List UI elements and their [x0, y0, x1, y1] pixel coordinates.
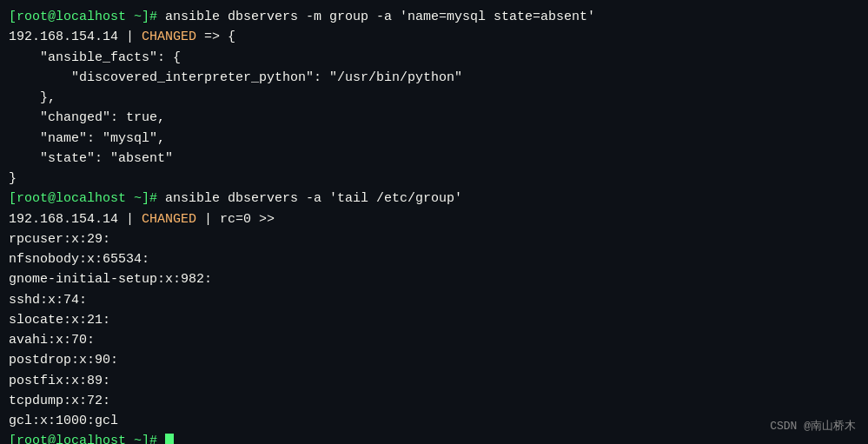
terminal-text: nfsnobody:x:65534: — [9, 252, 149, 267]
terminal-text: [root@localhost ~]# — [9, 10, 165, 24]
terminal-line: postdrop:x:90: — [9, 350, 859, 370]
terminal-text: } — [9, 171, 17, 186]
terminal-line: "discovered_interpreter_python": "/usr/b… — [9, 68, 859, 88]
terminal-line: gnome-initial-setup:x:982: — [9, 269, 859, 289]
terminal-text: CHANGED — [142, 212, 196, 227]
terminal-text: 192.168.154.14 | — [9, 30, 142, 44]
terminal-text: sshd:x:74: — [9, 293, 87, 308]
terminal-text: slocate:x:21: — [9, 313, 110, 328]
terminal-line: postfix:x:89: — [9, 371, 859, 391]
terminal-text: CHANGED — [142, 30, 196, 44]
terminal-text: ansible dbservers -m group -a 'name=mysq… — [165, 10, 595, 24]
terminal-text: "state": "absent" — [9, 151, 173, 166]
terminal-line: "ansible_facts": { — [9, 48, 859, 68]
terminal-line: "state": "absent" — [9, 149, 859, 169]
terminal-line: tcpdump:x:72: — [9, 391, 859, 411]
terminal-line: } — [9, 169, 859, 189]
terminal-text: "changed": true, — [9, 110, 165, 125]
terminal-line: avahi:x:70: — [9, 330, 859, 350]
terminal-text: "discovered_interpreter_python": "/usr/b… — [9, 70, 462, 85]
terminal-text: "ansible_facts": { — [9, 50, 181, 65]
terminal-line: nfsnobody:x:65534: — [9, 249, 859, 269]
terminal-line: [root@localhost ~]# ansible dbservers -m… — [9, 7, 859, 27]
terminal-line: [root@localhost ~]# — [9, 431, 859, 444]
terminal-line: "name": "mysql", — [9, 129, 859, 149]
terminal-text: postfix:x:89: — [9, 374, 110, 388]
terminal-text: "name": "mysql", — [9, 131, 165, 146]
terminal-text: }, — [9, 90, 56, 105]
terminal-line: [root@localhost ~]# ansible dbservers -a… — [9, 189, 859, 209]
terminal-line: 192.168.154.14 | CHANGED | rc=0 >> — [9, 209, 859, 229]
terminal-line: rpcuser:x:29: — [9, 229, 859, 249]
terminal-text: [root@localhost ~]# — [9, 191, 165, 206]
terminal-line: sshd:x:74: — [9, 290, 859, 310]
terminal-line: }, — [9, 88, 859, 108]
terminal-text: rpcuser:x:29: — [9, 232, 110, 247]
terminal-text: => { — [196, 30, 235, 44]
terminal-text: postdrop:x:90: — [9, 353, 118, 368]
terminal-text: avahi:x:70: — [9, 333, 95, 348]
terminal-text: 192.168.154.14 | — [9, 212, 142, 227]
terminal-text: | rc=0 >> — [196, 212, 275, 227]
terminal-line: "changed": true, — [9, 108, 859, 128]
terminal-text: tcpdump:x:72: — [9, 394, 110, 408]
terminal-line: slocate:x:21: — [9, 310, 859, 330]
watermark: CSDN @南山桥木 — [770, 418, 856, 434]
terminal: [root@localhost ~]# ansible dbservers -m… — [0, 0, 868, 444]
terminal-text: ansible dbservers -a 'tail /etc/group' — [165, 191, 462, 206]
terminal-text: gnome-initial-setup:x:982: — [9, 272, 212, 287]
terminal-line: 192.168.154.14 | CHANGED => { — [9, 27, 859, 47]
terminal-line: gcl:x:1000:gcl — [9, 411, 859, 431]
terminal-cursor — [165, 434, 174, 444]
terminal-text: [root@localhost ~]# — [9, 434, 165, 444]
terminal-text: gcl:x:1000:gcl — [9, 414, 118, 428]
